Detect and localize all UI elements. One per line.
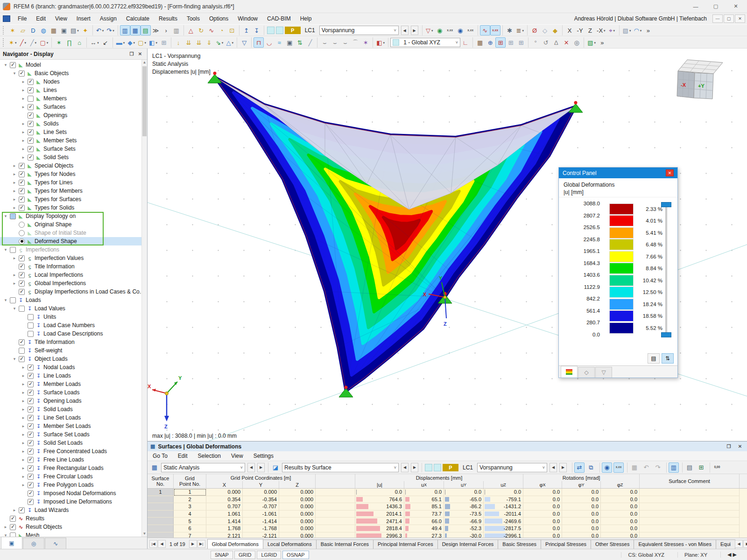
tree-checkbox[interactable] <box>28 121 34 127</box>
toolbar-button[interactable]: ✕ <box>561 37 571 48</box>
table-row[interactable]: 20.354-0.3540.000764.665.1-65.0-759.10.0… <box>148 496 747 504</box>
document-icon[interactable] <box>3 15 10 22</box>
table-cell[interactable]: 0.0 <box>562 532 601 538</box>
navigator-results-tab[interactable]: ∿ <box>45 538 66 549</box>
tree-item[interactable]: Openings <box>0 111 147 119</box>
tree-checkbox[interactable] <box>19 230 25 236</box>
table-cell[interactable]: -66.9 <box>444 518 484 525</box>
tree-checkbox[interactable] <box>19 205 25 211</box>
table-cell[interactable]: -73.5 <box>444 511 484 518</box>
column-header[interactable]: φX <box>523 481 562 488</box>
table-menu-item[interactable]: Settings <box>248 452 279 460</box>
tree-checkbox[interactable] <box>28 406 34 413</box>
tree-item-label[interactable]: Shape of Initial State <box>35 230 86 236</box>
tree-item[interactable]: Members <box>0 94 147 103</box>
tree-item[interactable]: Imposed Nodal Deformations <box>0 489 147 497</box>
tree-item-label[interactable]: Nodal Loads <box>43 364 75 371</box>
column-header[interactable] <box>316 481 355 488</box>
tree-expander-icon[interactable] <box>21 147 26 151</box>
column-header[interactable]: Displacements [mm] <box>355 474 523 481</box>
toolbar-button[interactable]: ▱ <box>18 25 28 35</box>
table-cell[interactable]: -0.707 <box>243 503 279 511</box>
tree-checkbox[interactable] <box>28 490 34 497</box>
table-cell[interactable]: 0.0 <box>601 525 640 532</box>
table-cell[interactable] <box>316 518 355 525</box>
table-float-icon[interactable]: ❐ <box>725 443 733 450</box>
menu-item[interactable]: CAD-BIM <box>262 14 296 23</box>
column-header[interactable]: uX <box>404 481 444 488</box>
toolbar-button[interactable]: ↧ <box>252 25 262 35</box>
menu-item[interactable]: File <box>13 14 31 23</box>
tree-item-label[interactable]: Types for Members <box>35 188 83 194</box>
table-cell[interactable]: 0.000 <box>279 496 316 504</box>
table-toolbar-button[interactable]: x.xx <box>613 462 624 473</box>
table-cell[interactable]: 0.0 <box>601 489 640 496</box>
toolbar-button[interactable]: ≈ <box>274 37 284 48</box>
toolbar-button[interactable]: ◉ <box>455 25 465 35</box>
toolbar-button[interactable]: ◉ <box>435 25 445 35</box>
column-header[interactable]: uZ <box>484 481 523 488</box>
result-table-tab[interactable]: Basic Internal Forces <box>316 539 374 549</box>
toolbar-button[interactable]: » <box>597 37 607 48</box>
tree-item-label[interactable]: Global Imperfections <box>35 280 86 287</box>
tree-item[interactable]: Free Polygon Loads <box>0 481 147 489</box>
table-cell[interactable]: 1.061 <box>206 511 243 518</box>
tree-item-label[interactable]: Title Information <box>35 339 75 345</box>
table-cell[interactable] <box>148 532 174 538</box>
tree-item[interactable]: Units <box>0 313 147 321</box>
tree-checkbox[interactable] <box>28 129 34 135</box>
table-cell[interactable] <box>148 518 174 525</box>
panel-display-button[interactable]: ⇅ <box>662 353 674 364</box>
tree-expander-icon[interactable] <box>3 533 8 537</box>
result-table-tab[interactable]: Equivalent Stresses - von Mises <box>634 539 716 549</box>
close-button[interactable]: ✕ <box>727 1 744 12</box>
maximize-button[interactable]: ▢ <box>707 1 724 12</box>
tree-item[interactable]: Lines <box>0 86 147 94</box>
panel-options-button[interactable]: ▤ <box>648 353 660 364</box>
toolbar-button[interactable]: ◧ <box>375 37 386 48</box>
tree-item[interactable]: Surface Set Loads <box>0 430 147 439</box>
legend-slider-track[interactable] <box>665 204 667 335</box>
tree-checkbox[interactable] <box>19 507 25 513</box>
tree-checkbox[interactable] <box>28 448 34 455</box>
table-toolbar-button[interactable]: ↷ <box>653 462 663 473</box>
table-cell[interactable]: -2469.6 <box>484 518 523 525</box>
table-cell[interactable]: -2817.5 <box>484 525 523 532</box>
table-cell[interactable] <box>640 518 740 525</box>
tree-expander-icon[interactable] <box>12 197 17 202</box>
tree-checkbox[interactable] <box>28 104 34 110</box>
table-cell[interactable]: -1.061 <box>243 511 279 518</box>
toolbar-button[interactable]: ▦ <box>49 25 59 35</box>
snap-toggle[interactable]: GRID <box>234 551 256 559</box>
tree-checkbox[interactable] <box>28 381 34 387</box>
load-case-color-2[interactable] <box>276 27 283 34</box>
toolbar-button[interactable]: D <box>28 25 38 35</box>
toolbar-button[interactable]: ⌣ <box>340 37 350 48</box>
tree-item[interactable]: Types for Lines <box>0 178 147 187</box>
table-toolbar-button[interactable]: ▦ <box>629 462 640 473</box>
tree-checkbox[interactable] <box>28 440 34 446</box>
tree-expander-icon[interactable] <box>21 483 26 487</box>
table-cell[interactable]: 0.000 <box>243 489 279 496</box>
table-cell[interactable]: 0.0 <box>355 489 404 496</box>
table-cell[interactable]: 3 <box>174 503 206 511</box>
toolbar-button[interactable]: -Y <box>575 25 585 35</box>
table-cell[interactable]: 0.0 <box>601 518 640 525</box>
tree-checkbox[interactable] <box>19 171 25 177</box>
column-header[interactable]: Rotations [mrad] <box>523 474 640 481</box>
table-cell[interactable]: 2818.4 <box>355 525 404 532</box>
toolbar-button[interactable]: ∆ <box>551 37 561 48</box>
toolbar-button[interactable]: ▣ <box>284 37 295 48</box>
tree-item[interactable]: Imperfection Values <box>0 254 147 262</box>
tree-checkbox[interactable] <box>19 188 25 194</box>
tree-item-label[interactable]: Solid Loads <box>43 406 73 413</box>
tree-expander-icon[interactable] <box>12 163 17 168</box>
tree-item-label[interactable]: Result Objects <box>26 524 62 530</box>
table-cell[interactable] <box>316 525 355 532</box>
tree-expander-icon[interactable] <box>12 256 17 260</box>
toolbar-button[interactable]: ∿ <box>206 25 217 35</box>
control-panel-close-icon[interactable]: ✕ <box>666 169 674 176</box>
table-cell[interactable] <box>316 503 355 511</box>
tree-item-label[interactable]: Object Loads <box>35 356 68 362</box>
result-table-tab[interactable]: Principal Internal Forces <box>373 539 438 549</box>
